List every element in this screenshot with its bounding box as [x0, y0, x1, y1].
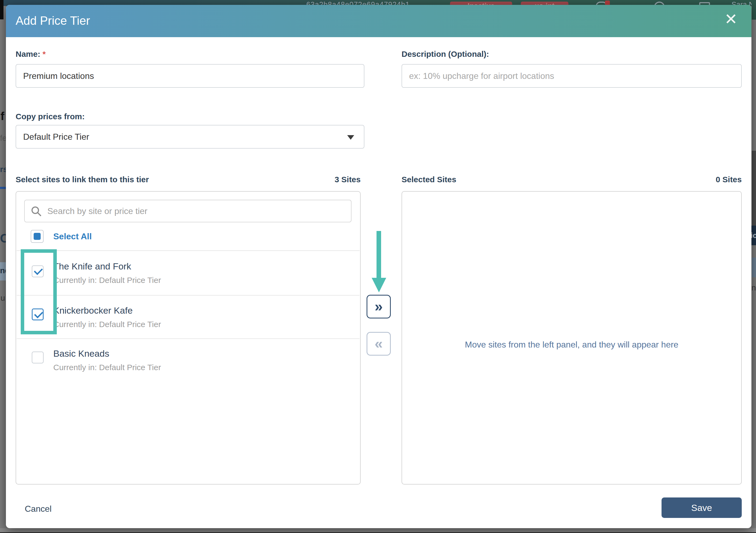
row-divider — [17, 295, 360, 295]
site-search — [24, 200, 351, 222]
copy-prices-selected-value: Default Price Tier — [23, 132, 89, 142]
dialog-header — [6, 5, 751, 37]
move-left-button[interactable]: « — [366, 332, 391, 355]
select-all-checkbox[interactable] — [31, 230, 43, 243]
site-search-input[interactable] — [24, 200, 351, 222]
annotation-highlight-box — [21, 249, 57, 334]
site-current-tier: Currently in: Default Price Tier — [53, 276, 161, 285]
name-label: Name: * — [15, 49, 46, 59]
empty-selection-message: Move sites from the left panel, and they… — [402, 340, 742, 350]
background-right-corner — [752, 0, 756, 20]
background-text-fragment: u — [1, 294, 5, 303]
site-name: Basic Kneads — [53, 348, 109, 359]
select-all-label[interactable]: Select All — [53, 232, 92, 241]
right-panel-site-count: 0 Sites — [661, 175, 742, 184]
save-button[interactable]: Save — [662, 497, 742, 518]
close-icon[interactable]: ✕ — [723, 12, 739, 27]
background-text-fragment: f — [1, 110, 4, 123]
name-input[interactable] — [15, 64, 364, 88]
copy-prices-label: Copy prices from: — [15, 112, 85, 121]
description-input[interactable] — [402, 64, 742, 88]
required-asterisk: * — [42, 49, 46, 58]
left-panel-heading: Select sites to link them to this tier — [15, 175, 149, 184]
chevron-down-icon — [347, 135, 354, 140]
cancel-button[interactable]: Cancel — [25, 504, 52, 514]
left-panel-site-count: 3 Sites — [280, 175, 361, 184]
annotation-arrow-icon — [377, 231, 381, 278]
site-current-tier: Currently in: Default Price Tier — [53, 363, 161, 372]
name-label-text: Name: — [15, 49, 40, 58]
annotation-arrow-head-icon — [372, 278, 386, 292]
selected-sites-panel — [402, 191, 742, 485]
background-left-corner — [0, 0, 4, 19]
background-bottom-bar — [0, 528, 756, 532]
checkbox-indeterminate-fill — [34, 233, 40, 240]
site-name: The Knife and Fork — [53, 261, 131, 272]
background-tab-indicator — [0, 187, 6, 189]
row-divider — [17, 250, 360, 251]
background-selected-row-fragment — [752, 258, 756, 277]
background-text-fragment: n — [751, 283, 756, 292]
copy-prices-dropdown[interactable]: Default Price Tier — [15, 125, 364, 149]
site-current-tier: Currently in: Default Price Tier — [53, 320, 161, 329]
search-icon — [31, 206, 41, 216]
background-right-block — [752, 151, 756, 226]
site-checkbox-basic-kneads[interactable] — [32, 351, 43, 363]
dialog-title: Add Price Tier — [15, 14, 90, 27]
description-label: Description (Optional): — [402, 49, 489, 59]
site-name: Knickerbocker Kafe — [53, 305, 133, 316]
move-right-button[interactable]: » — [366, 295, 391, 319]
right-panel-heading: Selected Sites — [402, 175, 456, 184]
row-divider — [17, 338, 360, 339]
